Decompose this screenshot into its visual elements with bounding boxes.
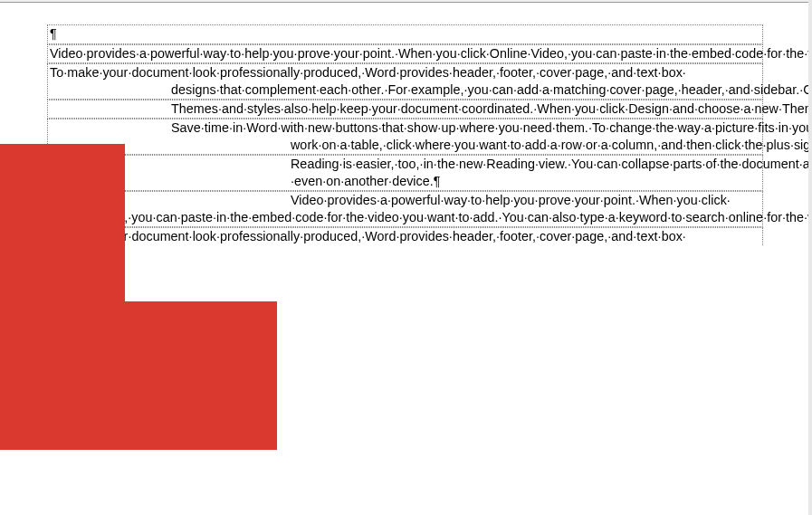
pilcrow-mark: ¶ (50, 26, 57, 41)
paragraph-text: Online·Video,·you·can·paste·in·the·embed… (50, 210, 812, 224)
paragraph-text: Reading·is·easier,·too,·in·the·new·Readi… (291, 157, 812, 188)
paragraph-text: work·on·a·table,·click·where·you·want·to… (291, 138, 812, 152)
table-cell[interactable]: To·make·your·document·look·professionall… (47, 63, 763, 100)
table-cell[interactable]: Video·provides·a·powerful·way·to·help·yo… (47, 191, 763, 227)
table-cell[interactable]: Video·provides·a·powerful·way·to·help·yo… (47, 44, 763, 63)
document-page[interactable]: ¶ Video·provides·a·powerful·way·to·help·… (0, 2, 808, 515)
paragraph-text: Video·provides·a·powerful·way·to·help·yo… (50, 46, 812, 61)
paragraph-text: To·make·your·document·look·professionall… (50, 65, 686, 80)
table-cell[interactable]: To·make·your·document·look·professionall… (47, 227, 763, 245)
red-rectangle-part (0, 144, 125, 301)
red-rectangle-part (125, 301, 277, 450)
vertical-scrollbar[interactable] (808, 0, 812, 515)
table-cell-empty[interactable]: ¶ (47, 24, 763, 44)
paragraph-text: To·make·your·document·look·professionall… (50, 229, 686, 243)
paragraph-text: Themes·and·styles·also·help·keep·your·do… (171, 101, 812, 116)
table-cell[interactable]: Save·time·in·Word·with·new·buttons·that·… (47, 119, 763, 155)
table-cell[interactable]: Reading·is·easier,·too,·in·the·new·Readi… (47, 155, 763, 191)
red-rectangle-part (0, 301, 125, 450)
table-cell[interactable]: Themes·and·styles·also·help·keep·your·do… (47, 100, 763, 119)
paragraph-text: Video·provides·a·powerful·way·to·help·yo… (291, 193, 731, 207)
paragraph-text: designs·that·complement·each·other.·For·… (171, 82, 812, 97)
paragraph-text: Save·time·in·Word·with·new·buttons·that·… (171, 120, 812, 135)
